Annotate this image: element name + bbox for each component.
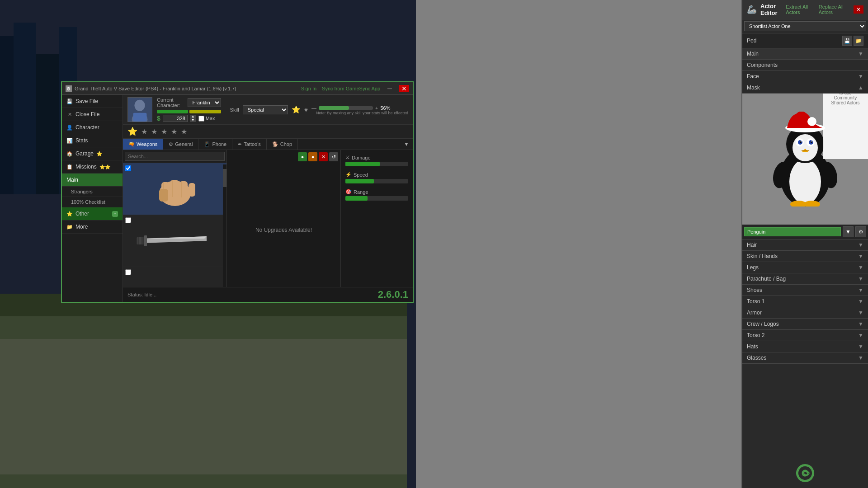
tab-general[interactable]: ⚙ General <box>163 139 198 150</box>
sidebar-item-other[interactable]: ⭐ Other ↑ <box>62 207 123 221</box>
star-1[interactable]: ★ <box>141 127 147 136</box>
svg-point-41 <box>789 159 821 204</box>
signin-link[interactable]: Sign In <box>301 86 316 91</box>
parachute-label: Parachute / Bag <box>747 276 786 282</box>
weapon-item-fist[interactable] <box>123 163 226 215</box>
actor-section-glasses[interactable]: Glasses ▼ <box>742 352 868 364</box>
skill-label: Skill <box>230 107 239 113</box>
sidebar-item-main[interactable]: Main <box>62 174 123 187</box>
char-select[interactable]: Franklin Michael Trevor <box>188 98 221 107</box>
tab-weapons-label: Weapons <box>137 141 157 147</box>
sidebar-item-checklist[interactable]: 100% Checklist <box>62 197 123 207</box>
sidebar-item-close-file[interactable]: ✕ Close File <box>62 108 123 121</box>
star-4[interactable]: ★ <box>171 127 177 136</box>
sidebar-label-close: Close File <box>75 111 99 117</box>
skill-note: Note: By maxing any skill your stats wil… <box>316 111 408 115</box>
actor-section-crew[interactable]: Crew / Logos ▼ <box>742 319 868 330</box>
extract-all-link[interactable]: Extract All Actors <box>786 4 815 15</box>
max-check[interactable] <box>198 116 204 122</box>
weapons-scroll[interactable] <box>123 163 226 287</box>
actor-section-mask[interactable]: Mask ▲ <box>742 82 868 94</box>
search-input[interactable] <box>125 152 225 161</box>
weapon-action-green[interactable]: ● <box>298 152 307 161</box>
tab-more[interactable]: ▼ <box>400 139 413 150</box>
tab-weapons[interactable]: 🔫 Weapons <box>123 139 163 150</box>
speed-label-row: ⚡ Speed <box>345 172 408 178</box>
scrollbar-track <box>223 164 226 287</box>
sidebar-item-strangers[interactable]: Strangers <box>62 187 123 197</box>
sidebar-item-garage[interactable]: 🏠 Garage ⭐ <box>62 147 123 160</box>
skill-select[interactable]: Special Strength Shooting <box>243 105 288 114</box>
tab-chop[interactable]: 🐕 Chop <box>267 139 298 150</box>
skill-plus[interactable]: + <box>375 105 378 111</box>
sidebar-item-save-file[interactable]: 💾 Save File <box>62 95 123 108</box>
search-box <box>123 150 226 163</box>
actor-section-skin[interactable]: Skin / Hands ▼ <box>742 251 868 262</box>
glasses-label: Glasses <box>747 355 766 361</box>
weapon-knife-checkbox[interactable] <box>125 217 131 223</box>
weapon-knife-image <box>134 221 216 261</box>
star-2[interactable]: ★ <box>151 127 157 136</box>
replace-all-link[interactable]: Replace All Actors <box>819 4 850 15</box>
missions-icon: 📋 <box>66 164 73 170</box>
actor-section-face[interactable]: Face ▼ <box>742 71 868 82</box>
shortlist-dropdown[interactable]: Shortlist Actor One <box>744 21 866 31</box>
actor-title: Actor Editor <box>760 3 786 16</box>
actor-close-button[interactable]: ✕ <box>854 5 863 14</box>
actor-section-armor[interactable]: Armor ▼ <box>742 307 868 319</box>
character-info: Current Character: Franklin Michael Trev… <box>157 97 221 122</box>
weapon-action-refresh[interactable]: ↺ <box>329 152 338 161</box>
svg-point-43 <box>793 134 818 161</box>
sidebar-item-character[interactable]: 👤 Character <box>62 121 123 134</box>
weapon-action-orange[interactable]: ● <box>308 152 317 161</box>
weapon-knife2-checkbox[interactable] <box>125 269 131 275</box>
mask-label: Mask <box>747 84 760 91</box>
actor-section-torso1[interactable]: Torso 1 ▼ <box>742 296 868 307</box>
tab-phone[interactable]: 📱 Phone <box>198 139 232 150</box>
weapon-item-knife2[interactable] <box>123 267 226 287</box>
actor-section-legs[interactable]: Legs ▼ <box>742 262 868 273</box>
tab-chop-label: Chop <box>280 141 292 147</box>
star-5[interactable]: ★ <box>181 127 187 136</box>
weapon-details: ● ● ✕ ↺ No Upgrades Available! <box>227 150 340 287</box>
skill-slider[interactable] <box>319 106 373 110</box>
actor-section-hair[interactable]: Hair ▼ <box>742 239 868 251</box>
actor-section-main[interactable]: Main ▼ <box>742 48 868 60</box>
health-bar-yellow <box>189 110 221 113</box>
weapon-item-knife[interactable] <box>123 215 226 267</box>
actor-name-dropdown[interactable]: ▼ <box>843 226 854 237</box>
missions-stars: ⭐⭐ <box>99 164 110 169</box>
sidebar-item-missions[interactable]: 📋 Missions ⭐⭐ <box>62 160 123 174</box>
actor-name-config[interactable]: ⚙ <box>855 226 866 237</box>
svg-rect-8 <box>416 0 741 488</box>
torso1-arrow: ▼ <box>858 298 863 305</box>
actor-section-torso2[interactable]: Torso 2 ▼ <box>742 330 868 341</box>
money-down-button[interactable]: ▼ <box>190 118 196 122</box>
weapon-action-red[interactable]: ✕ <box>319 152 328 161</box>
minimize-button[interactable]: ─ <box>386 85 394 92</box>
actor-section-components[interactable]: Components <box>742 60 868 71</box>
speed-stat: ⚡ Speed <box>345 172 408 183</box>
sidebar-item-stats[interactable]: 📊 Stats <box>62 134 123 147</box>
ped-save-button[interactable]: 💾 <box>842 36 852 46</box>
character-bar: Current Character: Franklin Michael Trev… <box>123 95 413 125</box>
actor-section-shoes[interactable]: Shoes ▼ <box>742 285 868 296</box>
actor-name-input[interactable] <box>744 227 841 236</box>
ped-folder-button[interactable]: 📁 <box>854 36 863 46</box>
tab-tattoos[interactable]: ✒ Tattoo's <box>232 139 267 150</box>
scrollbar-thumb[interactable] <box>223 169 226 187</box>
sidebar-item-more[interactable]: 📁 More <box>62 221 123 234</box>
actor-section-hats[interactable]: Hats ▼ <box>742 341 868 352</box>
money-input[interactable] <box>163 115 188 122</box>
actor-section-parachute[interactable]: Parachute / Bag ▼ <box>742 273 868 285</box>
crew-arrow: ▼ <box>858 321 863 327</box>
range-bar-fill <box>345 196 368 201</box>
star-3[interactable]: ★ <box>161 127 167 136</box>
skill-minus[interactable]: — <box>311 105 316 111</box>
max-checkbox[interactable]: Max <box>198 116 215 122</box>
close-button[interactable]: ✕ <box>399 85 409 92</box>
damage-label: ⚔ Damage <box>345 155 408 160</box>
sync-link[interactable]: Sync from GameSync App <box>322 86 380 91</box>
weapon-fist-checkbox[interactable] <box>125 165 131 171</box>
actor-sections-scroll[interactable]: Hair ▼ Skin / Hands ▼ Legs ▼ Parachute /… <box>742 239 868 458</box>
